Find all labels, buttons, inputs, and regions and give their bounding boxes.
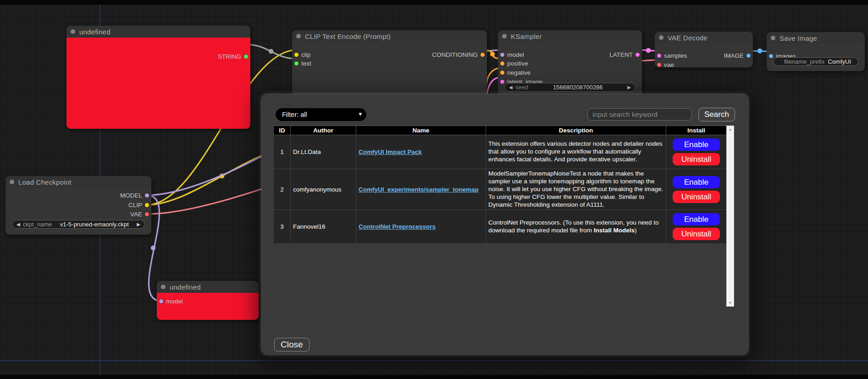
node-title-bar[interactable]: VAE Decode — [655, 32, 753, 44]
images-input-pin[interactable] — [769, 54, 773, 58]
filename-prefix-widget[interactable]: filename_prefix ComfyUI — [773, 57, 858, 66]
node-ksampler[interactable]: KSampler model positive negative latent_… — [498, 30, 642, 99]
cell-id: 1 — [274, 135, 291, 169]
output-slot-image: IMAGE — [724, 51, 751, 60]
node-collapse-dot[interactable] — [771, 36, 775, 40]
node-body: images filename_prefix ComfyUI — [767, 44, 865, 71]
header-description: Description — [486, 126, 666, 135]
ckpt-name-widget[interactable]: ◀ ckpt_name v1-5-pruned-emaonly.ckpt ▶ — [12, 220, 145, 229]
table-row: 3 Fannovel16 ControlNet Preprocessors Co… — [274, 210, 727, 244]
cell-name: ComfyUI Impact Pack — [356, 135, 486, 169]
node-body: STRING — [66, 38, 250, 129]
clip-input-pin[interactable] — [294, 53, 299, 57]
string-output-pin[interactable] — [244, 55, 248, 59]
filter-select[interactable]: Filter: all — [276, 108, 366, 121]
model-input-pin[interactable] — [159, 299, 163, 303]
samples-input-pin[interactable] — [657, 54, 661, 58]
node-title-bar[interactable]: KSampler — [498, 30, 642, 42]
node-title-bar[interactable]: undefined — [66, 26, 250, 38]
image-output-pin[interactable] — [746, 54, 751, 58]
output-slot-latent: LATENT — [609, 50, 640, 59]
node-load-checkpoint[interactable]: Load Checkpoint MODEL CLIP VAE ◀ ckpt_na… — [6, 176, 151, 235]
cell-install: Enable Uninstall — [666, 135, 727, 169]
vae-output-pin[interactable] — [145, 212, 149, 216]
table-row: 1 Dr.Lt.Data ComfyUI Impact Pack This ex… — [274, 135, 727, 169]
node-title-bar[interactable]: Load Checkpoint — [6, 176, 151, 188]
input-slot-vae: vae — [657, 60, 674, 69]
cell-author: Fannovel16 — [291, 210, 356, 244]
node-clip-text-encode[interactable]: CLIP Text Encode (Prompt) clip text COND… — [292, 30, 487, 99]
extension-link[interactable]: ControlNet Preprocessors — [359, 223, 436, 230]
table-row: 2 comfyanonymous ComfyUI_experiments/sam… — [274, 169, 727, 210]
cell-author: comfyanonymous — [291, 169, 356, 210]
arrow-left-icon[interactable]: ◀ — [17, 222, 20, 227]
model-input-pin[interactable] — [500, 53, 504, 57]
node-collapse-dot[interactable] — [161, 285, 166, 289]
seed-widget[interactable]: ◀ seed 156680208700286 ▶ — [504, 83, 636, 92]
arrow-left-icon[interactable]: ◀ — [509, 85, 513, 90]
node-title: Load Checkpoint — [18, 178, 72, 186]
cell-install: Enable Uninstall — [666, 210, 727, 244]
extension-manager-dialog: Filter: all ▾ Search ID Author Name Desc… — [261, 94, 748, 355]
positive-input-pin[interactable] — [500, 61, 504, 66]
node-body: clip text CONDITIONING — [292, 42, 487, 99]
node-save-image[interactable]: Save Image images filename_prefix ComfyU… — [767, 32, 865, 71]
wire-midpoint-dot — [151, 246, 155, 250]
enable-button[interactable]: Enable — [673, 176, 720, 188]
extension-link[interactable]: ComfyUI_experiments/sampler_tonemap — [359, 186, 479, 193]
uninstall-button[interactable]: Uninstall — [673, 153, 720, 165]
node-body: MODEL CLIP VAE ◀ ckpt_name v1-5-pruned-e… — [6, 188, 151, 235]
cell-description: ModelSamplerTonemapNoiseTest a node that… — [486, 169, 666, 210]
scroll-down-icon[interactable]: ▾ — [729, 300, 731, 306]
node-collapse-dot[interactable] — [659, 35, 663, 40]
table-scrollbar[interactable]: ▴ ▾ — [726, 126, 734, 307]
input-slot-model: model — [159, 297, 183, 306]
extension-link[interactable]: ComfyUI Impact Pack — [359, 148, 422, 155]
latent-output-pin[interactable] — [636, 53, 640, 57]
extension-table-wrap: ID Author Name Description Install 1 Dr.… — [273, 126, 734, 307]
wire-midpoint-dot — [757, 49, 762, 53]
close-button[interactable]: Close — [274, 338, 310, 352]
uninstall-button[interactable]: Uninstall — [673, 191, 720, 203]
node-collapse-dot[interactable] — [71, 29, 75, 34]
search-input[interactable] — [587, 108, 692, 121]
output-slot-string: STRING — [218, 52, 248, 61]
node-vae-decode[interactable]: VAE Decode samples vae IMAGE — [655, 32, 753, 67]
input-slot-positive: positive — [500, 59, 528, 68]
node-body: model — [157, 293, 259, 320]
output-slot-conditioning: CONDITIONING — [432, 50, 485, 59]
enable-button[interactable]: Enable — [673, 213, 720, 225]
conditioning-output-pin[interactable] — [481, 53, 485, 57]
wire-midpoint-dot — [490, 52, 495, 56]
node-undefined-top[interactable]: undefined STRING — [66, 26, 250, 129]
extension-table: ID Author Name Description Install 1 Dr.… — [273, 126, 727, 244]
arrow-right-icon[interactable]: ▶ — [137, 222, 140, 227]
cell-author: Dr.Lt.Data — [291, 135, 356, 169]
vae-input-pin[interactable] — [657, 63, 661, 67]
clip-output-pin[interactable] — [145, 203, 149, 207]
node-title-bar[interactable]: Save Image — [767, 32, 865, 44]
node-collapse-dot[interactable] — [502, 34, 507, 38]
negative-input-pin[interactable] — [500, 71, 504, 75]
enable-button[interactable]: Enable — [673, 138, 720, 151]
latent-image-input-pin[interactable] — [500, 80, 504, 84]
cell-name: ControlNet Preprocessors — [356, 210, 486, 244]
header-name: Name — [356, 126, 486, 135]
text-input-pin[interactable] — [294, 61, 299, 66]
node-title-bar[interactable]: undefined — [157, 281, 259, 293]
node-collapse-dot[interactable] — [10, 180, 14, 184]
arrow-right-icon[interactable]: ▶ — [627, 85, 631, 90]
model-output-pin[interactable] — [145, 193, 149, 198]
search-button[interactable]: Search — [698, 108, 735, 121]
cell-id: 2 — [274, 169, 291, 210]
cell-description: This extension offers various detector n… — [486, 135, 666, 169]
uninstall-button[interactable]: Uninstall — [673, 228, 720, 240]
output-slot-model: MODEL — [120, 191, 149, 200]
input-slot-clip: clip — [294, 50, 310, 59]
scroll-up-icon[interactable]: ▴ — [729, 126, 731, 132]
node-collapse-dot[interactable] — [296, 34, 301, 38]
node-title-bar[interactable]: CLIP Text Encode (Prompt) — [292, 30, 487, 42]
node-undefined-bottom[interactable]: undefined model — [157, 281, 259, 320]
header-install: Install — [666, 126, 727, 135]
input-slot-model: model — [500, 50, 524, 59]
